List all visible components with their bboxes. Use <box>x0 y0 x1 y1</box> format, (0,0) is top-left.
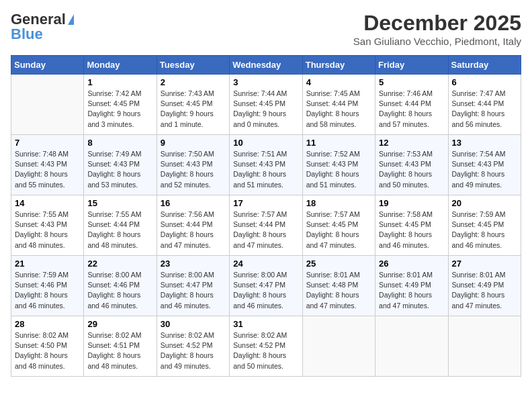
day-info: Sunrise: 7:55 AMSunset: 4:43 PMDaylight:… <box>15 210 80 250</box>
day-info: Sunrise: 7:51 AMSunset: 4:43 PMDaylight:… <box>233 149 298 190</box>
calendar-cell: 14Sunrise: 7:55 AMSunset: 4:43 PMDayligh… <box>11 195 84 256</box>
day-info: Sunrise: 7:54 AMSunset: 4:43 PMDaylight:… <box>452 149 517 190</box>
calendar-cell: 20Sunrise: 7:59 AMSunset: 4:45 PMDayligh… <box>448 195 521 256</box>
day-info: Sunrise: 7:49 AMSunset: 4:43 PMDaylight:… <box>87 149 152 190</box>
day-number: 7 <box>15 138 80 148</box>
month-title: December 2025 <box>353 11 521 36</box>
header-saturday: Saturday <box>448 56 521 75</box>
day-info: Sunrise: 7:50 AMSunset: 4:43 PMDaylight:… <box>161 149 226 190</box>
logo: General Blue <box>11 11 74 43</box>
day-info: Sunrise: 7:42 AMSunset: 4:45 PMDaylight:… <box>87 89 152 130</box>
day-info: Sunrise: 7:48 AMSunset: 4:43 PMDaylight:… <box>15 149 80 190</box>
calendar-cell: 5Sunrise: 7:46 AMSunset: 4:44 PMDaylight… <box>375 75 448 135</box>
day-number: 21 <box>15 259 80 269</box>
day-number: 5 <box>379 77 444 87</box>
calendar-cell: 6Sunrise: 7:47 AMSunset: 4:44 PMDaylight… <box>448 75 521 135</box>
day-number: 17 <box>233 198 298 208</box>
calendar-cell <box>448 316 521 377</box>
day-number: 20 <box>452 198 517 208</box>
day-info: Sunrise: 7:55 AMSunset: 4:44 PMDaylight:… <box>87 210 152 250</box>
day-info: Sunrise: 7:44 AMSunset: 4:45 PMDaylight:… <box>233 89 298 130</box>
day-info: Sunrise: 8:02 AMSunset: 4:51 PMDaylight:… <box>87 330 152 371</box>
day-number: 12 <box>379 138 444 148</box>
day-number: 8 <box>87 138 152 148</box>
calendar-cell: 31Sunrise: 8:02 AMSunset: 4:52 PMDayligh… <box>230 316 302 377</box>
day-number: 10 <box>233 138 298 148</box>
logo-triangle-icon <box>68 14 74 25</box>
calendar-cell: 21Sunrise: 7:59 AMSunset: 4:46 PMDayligh… <box>11 256 84 316</box>
calendar-cell: 27Sunrise: 8:01 AMSunset: 4:49 PMDayligh… <box>448 256 521 316</box>
calendar-cell: 23Sunrise: 8:00 AMSunset: 4:47 PMDayligh… <box>157 256 229 316</box>
calendar-cell: 11Sunrise: 7:52 AMSunset: 4:43 PMDayligh… <box>302 135 375 195</box>
calendar-cell: 28Sunrise: 8:02 AMSunset: 4:50 PMDayligh… <box>11 316 84 377</box>
calendar-cell: 1Sunrise: 7:42 AMSunset: 4:45 PMDaylight… <box>84 75 157 135</box>
day-info: Sunrise: 7:46 AMSunset: 4:44 PMDaylight:… <box>379 89 444 130</box>
day-number: 30 <box>161 319 226 329</box>
calendar-cell <box>302 316 375 377</box>
calendar-cell: 29Sunrise: 8:02 AMSunset: 4:51 PMDayligh… <box>84 316 157 377</box>
calendar-week-row: 7Sunrise: 7:48 AMSunset: 4:43 PMDaylight… <box>11 135 521 195</box>
day-info: Sunrise: 7:45 AMSunset: 4:44 PMDaylight:… <box>306 89 371 130</box>
day-number: 16 <box>161 198 226 208</box>
calendar-cell: 30Sunrise: 8:02 AMSunset: 4:52 PMDayligh… <box>157 316 229 377</box>
header-monday: Monday <box>84 56 157 75</box>
day-info: Sunrise: 7:59 AMSunset: 4:45 PMDaylight:… <box>452 210 517 250</box>
day-number: 6 <box>452 77 517 87</box>
day-info: Sunrise: 7:57 AMSunset: 4:44 PMDaylight:… <box>233 210 298 250</box>
day-number: 18 <box>306 198 371 208</box>
day-info: Sunrise: 7:57 AMSunset: 4:45 PMDaylight:… <box>306 210 371 250</box>
header-sunday: Sunday <box>11 56 84 75</box>
page-header: General Blue December 2025 San Giuliano … <box>11 11 521 47</box>
day-number: 11 <box>306 138 371 148</box>
header-tuesday: Tuesday <box>157 56 229 75</box>
day-number: 29 <box>87 319 152 329</box>
calendar-cell: 16Sunrise: 7:56 AMSunset: 4:44 PMDayligh… <box>157 195 229 256</box>
location: San Giuliano Vecchio, Piedmont, Italy <box>353 36 521 47</box>
day-number: 9 <box>161 138 226 148</box>
calendar-cell <box>375 316 448 377</box>
day-number: 28 <box>15 319 80 329</box>
day-info: Sunrise: 8:01 AMSunset: 4:48 PMDaylight:… <box>306 270 371 311</box>
calendar-table: SundayMondayTuesdayWednesdayThursdayFrid… <box>11 55 521 377</box>
calendar-cell <box>11 75 84 135</box>
calendar-cell: 7Sunrise: 7:48 AMSunset: 4:43 PMDaylight… <box>11 135 84 195</box>
calendar-cell: 15Sunrise: 7:55 AMSunset: 4:44 PMDayligh… <box>84 195 157 256</box>
calendar-cell: 18Sunrise: 7:57 AMSunset: 4:45 PMDayligh… <box>302 195 375 256</box>
calendar-week-row: 21Sunrise: 7:59 AMSunset: 4:46 PMDayligh… <box>11 256 521 316</box>
day-info: Sunrise: 8:00 AMSunset: 4:47 PMDaylight:… <box>233 270 298 311</box>
day-info: Sunrise: 8:01 AMSunset: 4:49 PMDaylight:… <box>379 270 444 311</box>
calendar-week-row: 1Sunrise: 7:42 AMSunset: 4:45 PMDaylight… <box>11 75 521 135</box>
day-number: 26 <box>379 259 444 269</box>
calendar-cell: 10Sunrise: 7:51 AMSunset: 4:43 PMDayligh… <box>230 135 302 195</box>
day-number: 15 <box>87 198 152 208</box>
day-number: 14 <box>15 198 80 208</box>
day-info: Sunrise: 7:52 AMSunset: 4:43 PMDaylight:… <box>306 149 371 190</box>
day-number: 25 <box>306 259 371 269</box>
day-info: Sunrise: 7:58 AMSunset: 4:45 PMDaylight:… <box>379 210 444 250</box>
day-number: 24 <box>233 259 298 269</box>
header-thursday: Thursday <box>302 56 375 75</box>
day-number: 4 <box>306 77 371 87</box>
calendar-cell: 19Sunrise: 7:58 AMSunset: 4:45 PMDayligh… <box>375 195 448 256</box>
day-info: Sunrise: 8:01 AMSunset: 4:49 PMDaylight:… <box>452 270 517 311</box>
calendar-week-row: 14Sunrise: 7:55 AMSunset: 4:43 PMDayligh… <box>11 195 521 256</box>
calendar-cell: 25Sunrise: 8:01 AMSunset: 4:48 PMDayligh… <box>302 256 375 316</box>
day-info: Sunrise: 7:53 AMSunset: 4:43 PMDaylight:… <box>379 149 444 190</box>
day-info: Sunrise: 8:00 AMSunset: 4:47 PMDaylight:… <box>161 270 226 311</box>
day-number: 13 <box>452 138 517 148</box>
day-number: 27 <box>452 259 517 269</box>
calendar-cell: 13Sunrise: 7:54 AMSunset: 4:43 PMDayligh… <box>448 135 521 195</box>
calendar-cell: 8Sunrise: 7:49 AMSunset: 4:43 PMDaylight… <box>84 135 157 195</box>
calendar-header-row: SundayMondayTuesdayWednesdayThursdayFrid… <box>11 56 521 75</box>
day-number: 23 <box>161 259 226 269</box>
day-info: Sunrise: 7:56 AMSunset: 4:44 PMDaylight:… <box>161 210 226 250</box>
calendar-cell: 3Sunrise: 7:44 AMSunset: 4:45 PMDaylight… <box>230 75 302 135</box>
calendar-cell: 9Sunrise: 7:50 AMSunset: 4:43 PMDaylight… <box>157 135 229 195</box>
day-number: 19 <box>379 198 444 208</box>
day-number: 22 <box>87 259 152 269</box>
calendar-cell: 22Sunrise: 8:00 AMSunset: 4:46 PMDayligh… <box>84 256 157 316</box>
calendar-cell: 26Sunrise: 8:01 AMSunset: 4:49 PMDayligh… <box>375 256 448 316</box>
day-info: Sunrise: 7:59 AMSunset: 4:46 PMDaylight:… <box>15 270 80 311</box>
day-info: Sunrise: 8:00 AMSunset: 4:46 PMDaylight:… <box>87 270 152 311</box>
calendar-cell: 17Sunrise: 7:57 AMSunset: 4:44 PMDayligh… <box>230 195 302 256</box>
